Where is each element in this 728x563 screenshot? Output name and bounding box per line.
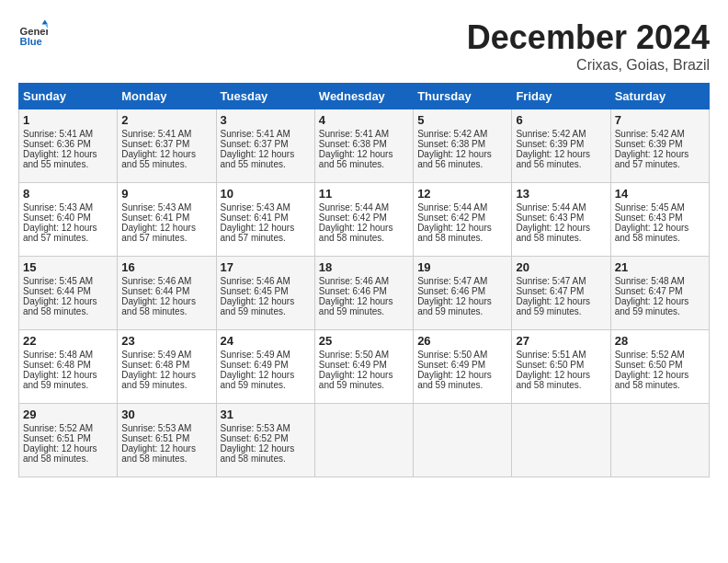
calendar-cell: 3Sunrise: 5:41 AMSunset: 6:37 PMDaylight… xyxy=(216,109,314,183)
sunrise: Sunrise: 5:43 AM xyxy=(23,202,93,213)
week-row-1: 1Sunrise: 5:41 AMSunset: 6:36 PMDaylight… xyxy=(19,109,710,183)
calendar-cell: 30Sunrise: 5:53 AMSunset: 6:51 PMDayligh… xyxy=(118,404,216,477)
day-number: 30 xyxy=(121,408,211,421)
svg-text:General: General xyxy=(20,26,48,37)
logo-icon: General Blue xyxy=(18,18,48,48)
calendar-cell: 8Sunrise: 5:43 AMSunset: 6:40 PMDaylight… xyxy=(19,183,118,257)
day-number: 25 xyxy=(319,334,409,348)
calendar-cell xyxy=(610,404,709,477)
sunset: Sunset: 6:49 PM xyxy=(319,360,387,370)
day-number: 9 xyxy=(121,187,211,201)
calendar-cell: 17Sunrise: 5:46 AMSunset: 6:45 PMDayligh… xyxy=(216,257,314,330)
day-number: 20 xyxy=(516,260,606,274)
day-number: 26 xyxy=(417,334,507,348)
day-number: 3 xyxy=(221,113,311,127)
sunrise: Sunrise: 5:49 AM xyxy=(121,350,191,360)
day-number: 16 xyxy=(121,260,211,274)
sunset: Sunset: 6:44 PM xyxy=(23,286,91,296)
subtitle: Crixas, Goias, Brazil xyxy=(467,57,710,74)
calendar-cell: 25Sunrise: 5:50 AMSunset: 6:49 PMDayligh… xyxy=(314,330,413,404)
daylight: Daylight: 12 hours and 59 minutes. xyxy=(417,296,492,316)
sunset: Sunset: 6:41 PM xyxy=(121,213,189,223)
calendar-cell: 4Sunrise: 5:41 AMSunset: 6:38 PMDaylight… xyxy=(314,109,413,183)
day-number: 7 xyxy=(615,113,705,127)
sunset: Sunset: 6:49 PM xyxy=(417,360,485,370)
week-row-5: 29Sunrise: 5:52 AMSunset: 6:51 PMDayligh… xyxy=(19,404,710,477)
sunrise: Sunrise: 5:42 AM xyxy=(615,129,685,139)
daylight: Daylight: 12 hours and 58 minutes. xyxy=(516,223,590,243)
sunrise: Sunrise: 5:46 AM xyxy=(319,276,389,286)
sunset: Sunset: 6:39 PM xyxy=(615,139,683,149)
daylight: Daylight: 12 hours and 59 minutes. xyxy=(23,370,97,390)
calendar-cell: 7Sunrise: 5:42 AMSunset: 6:39 PMDaylight… xyxy=(610,109,709,183)
day-number: 29 xyxy=(23,408,113,421)
sunrise: Sunrise: 5:46 AM xyxy=(221,276,290,286)
day-number: 22 xyxy=(23,334,113,348)
daylight: Daylight: 12 hours and 56 minutes. xyxy=(319,149,393,169)
day-number: 18 xyxy=(319,260,409,274)
day-number: 4 xyxy=(319,113,409,127)
calendar-cell: 28Sunrise: 5:52 AMSunset: 6:50 PMDayligh… xyxy=(610,330,709,404)
sunrise: Sunrise: 5:48 AM xyxy=(615,276,685,286)
calendar-cell: 19Sunrise: 5:47 AMSunset: 6:46 PMDayligh… xyxy=(414,257,512,330)
daylight: Daylight: 12 hours and 56 minutes. xyxy=(417,149,492,169)
sunset: Sunset: 6:43 PM xyxy=(516,213,584,223)
sunrise: Sunrise: 5:44 AM xyxy=(516,202,586,213)
calendar-cell xyxy=(414,404,512,477)
sunset: Sunset: 6:48 PM xyxy=(121,360,189,370)
day-number: 1 xyxy=(23,113,113,127)
calendar-cell: 5Sunrise: 5:42 AMSunset: 6:38 PMDaylight… xyxy=(414,109,512,183)
month-title: December 2024 xyxy=(467,18,710,57)
day-number: 13 xyxy=(516,187,606,201)
calendar-cell: 16Sunrise: 5:46 AMSunset: 6:44 PMDayligh… xyxy=(118,257,216,330)
daylight: Daylight: 12 hours and 58 minutes. xyxy=(319,223,393,243)
daylight: Daylight: 12 hours and 58 minutes. xyxy=(615,223,689,243)
daylight: Daylight: 12 hours and 58 minutes. xyxy=(417,223,492,243)
daylight: Daylight: 12 hours and 59 minutes. xyxy=(221,370,295,390)
daylight: Daylight: 12 hours and 59 minutes. xyxy=(615,296,689,316)
day-number: 10 xyxy=(221,187,311,201)
sunset: Sunset: 6:51 PM xyxy=(121,433,189,443)
day-number: 24 xyxy=(221,334,311,348)
sunrise: Sunrise: 5:42 AM xyxy=(516,129,586,139)
calendar-cell xyxy=(512,404,610,477)
sunset: Sunset: 6:41 PM xyxy=(221,213,289,223)
sunset: Sunset: 6:46 PM xyxy=(319,286,387,296)
day-number: 8 xyxy=(23,187,113,201)
daylight: Daylight: 12 hours and 58 minutes. xyxy=(121,443,196,464)
sunset: Sunset: 6:43 PM xyxy=(615,213,683,223)
sunrise: Sunrise: 5:48 AM xyxy=(23,350,93,360)
sunset: Sunset: 6:50 PM xyxy=(615,360,683,370)
daylight: Daylight: 12 hours and 55 minutes. xyxy=(221,149,295,169)
sunrise: Sunrise: 5:41 AM xyxy=(23,129,93,139)
calendar-cell: 29Sunrise: 5:52 AMSunset: 6:51 PMDayligh… xyxy=(19,404,118,477)
sunset: Sunset: 6:52 PM xyxy=(221,433,289,443)
sunset: Sunset: 6:38 PM xyxy=(319,139,387,149)
daylight: Daylight: 12 hours and 59 minutes. xyxy=(319,296,393,316)
calendar-cell: 11Sunrise: 5:44 AMSunset: 6:42 PMDayligh… xyxy=(314,183,413,257)
header-tuesday: Tuesday xyxy=(216,84,314,109)
sunrise: Sunrise: 5:47 AM xyxy=(417,276,487,286)
calendar-cell xyxy=(314,404,413,477)
header-saturday: Saturday xyxy=(610,84,709,109)
sunrise: Sunrise: 5:41 AM xyxy=(221,129,290,139)
day-number: 27 xyxy=(516,334,606,348)
sunrise: Sunrise: 5:44 AM xyxy=(417,202,487,213)
header-friday: Friday xyxy=(512,84,610,109)
day-number: 5 xyxy=(417,113,507,127)
calendar-header-row: SundayMondayTuesdayWednesdayThursdayFrid… xyxy=(19,84,710,109)
daylight: Daylight: 12 hours and 59 minutes. xyxy=(319,370,393,390)
sunset: Sunset: 6:46 PM xyxy=(417,286,485,296)
calendar-cell: 10Sunrise: 5:43 AMSunset: 6:41 PMDayligh… xyxy=(216,183,314,257)
day-number: 31 xyxy=(221,408,311,421)
day-number: 2 xyxy=(121,113,211,127)
daylight: Daylight: 12 hours and 58 minutes. xyxy=(221,443,295,464)
sunrise: Sunrise: 5:50 AM xyxy=(319,350,389,360)
sunrise: Sunrise: 5:53 AM xyxy=(121,423,191,433)
day-number: 12 xyxy=(417,187,507,201)
calendar-cell: 31Sunrise: 5:53 AMSunset: 6:52 PMDayligh… xyxy=(216,404,314,477)
daylight: Daylight: 12 hours and 57 minutes. xyxy=(23,223,97,243)
calendar-cell: 18Sunrise: 5:46 AMSunset: 6:46 PMDayligh… xyxy=(314,257,413,330)
calendar-cell: 2Sunrise: 5:41 AMSunset: 6:37 PMDaylight… xyxy=(118,109,216,183)
day-number: 15 xyxy=(23,260,113,274)
